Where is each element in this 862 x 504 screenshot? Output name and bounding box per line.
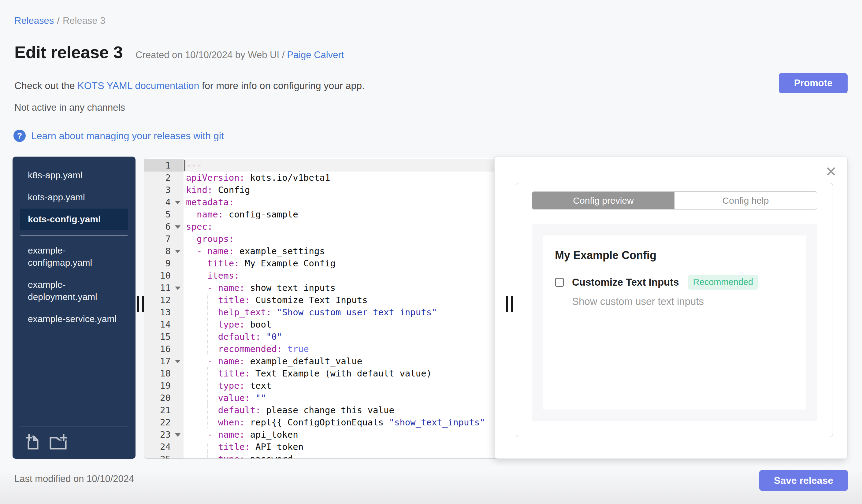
- gutter-line-number: 25: [144, 453, 184, 459]
- add-folder-button[interactable]: [49, 433, 68, 451]
- code-line-11[interactable]: 11 - name: show_text_inputs: [144, 282, 519, 294]
- config-tabs: Config previewConfig help: [532, 191, 817, 210]
- breadcrumb-current: Release 3: [63, 15, 106, 26]
- code-line-18[interactable]: 18 title: Text Example (with default val…: [144, 367, 519, 380]
- gutter-line-number: 17: [144, 355, 184, 367]
- sidebar-file-kots-app.yaml[interactable]: kots-app.yaml: [20, 187, 128, 208]
- sidebar-file-example-deployment.yaml[interactable]: example-deployment.yaml: [20, 274, 128, 308]
- code-line-13[interactable]: 13 help_text: "Show custom user text inp…: [144, 306, 519, 318]
- last-modified: Last modified on 10/10/2024: [14, 474, 134, 485]
- code-line-19[interactable]: 19 type: text: [144, 380, 519, 392]
- code-line-17[interactable]: 17 - name: example_default_value: [144, 355, 519, 367]
- config-preview-area: My Example Config Customize Text Inputs …: [532, 224, 817, 421]
- fold-arrow-icon[interactable]: [175, 250, 181, 253]
- code-line-23[interactable]: 23 - name: api_token: [144, 428, 519, 441]
- gutter-line-number: 24: [144, 441, 184, 453]
- customize-text-inputs-checkbox[interactable]: [555, 278, 564, 287]
- gutter-line-number: 19: [144, 380, 184, 392]
- close-icon[interactable]: ✕: [823, 164, 839, 179]
- tab-config-help[interactable]: Config help: [675, 192, 817, 209]
- add-file-icon: [25, 433, 41, 450]
- breadcrumb-releases-link[interactable]: Releases: [14, 15, 54, 26]
- gutter-line-number: 11: [144, 282, 184, 294]
- save-release-button[interactable]: Save release: [759, 470, 848, 491]
- config-panel-inner: Config previewConfig help My Example Con…: [516, 183, 833, 437]
- breadcrumb-separator: /: [57, 15, 60, 26]
- promote-button[interactable]: Promote: [779, 73, 848, 93]
- page-title: Edit release 3: [14, 42, 123, 62]
- gutter-line-number: 9: [144, 257, 184, 269]
- docs-line: Check out the KOTS YAML documentation fo…: [14, 80, 365, 91]
- code-line-12[interactable]: 12 title: Customize Text Inputs: [144, 294, 519, 306]
- author-link[interactable]: Paige Calvert: [287, 50, 344, 60]
- gutter-line-number: 12: [144, 294, 184, 306]
- code-line-22[interactable]: 22 when: repl{{ ConfigOptionEquals "show…: [144, 416, 519, 428]
- code-line-3[interactable]: 3kind: Config: [144, 184, 519, 196]
- config-group-title: My Example Config: [555, 249, 794, 262]
- code-line-2[interactable]: 2apiVersion: kots.io/v1beta1: [144, 172, 519, 184]
- gutter-line-number: 2: [144, 172, 184, 184]
- config-item-label[interactable]: Customize Text Inputs: [572, 277, 679, 288]
- config-preview-card: My Example Config Customize Text Inputs …: [543, 236, 806, 410]
- code-line-20[interactable]: 20 value: "": [144, 392, 519, 404]
- sidebar-file-k8s-app.yaml[interactable]: k8s-app.yaml: [20, 164, 128, 186]
- breadcrumb: Releases/Release 3: [14, 15, 105, 26]
- code-line-14[interactable]: 14 type: bool: [144, 318, 519, 331]
- gutter-line-number: 1: [144, 159, 184, 172]
- gutter-line-number: 6: [144, 221, 184, 233]
- gutter-line-number: 7: [144, 233, 184, 245]
- tab-config-preview[interactable]: Config preview: [532, 192, 675, 209]
- gutter-line-number: 23: [144, 428, 184, 441]
- header: Edit release 3 Created on 10/10/2024 by …: [14, 42, 344, 62]
- sidebar-file-kots-config.yaml[interactable]: kots-config.yaml: [20, 209, 128, 230]
- yaml-editor[interactable]: 1---2apiVersion: kots.io/v1beta13kind: C…: [144, 158, 519, 459]
- git-releases-link[interactable]: Learn about managing your releases with …: [31, 130, 224, 142]
- code-line-10[interactable]: 10 items:: [144, 269, 519, 282]
- gutter-line-number: 8: [144, 245, 184, 257]
- gutter-line-number: 3: [144, 184, 184, 196]
- channel-status: Not active in any channels: [14, 102, 125, 113]
- add-folder-icon: [49, 433, 68, 450]
- sidebar-file-example-service.yaml[interactable]: example-service.yaml: [20, 308, 128, 330]
- docs-prefix: Check out the: [14, 80, 77, 91]
- sidebar-file-example-configmap.yaml[interactable]: example-configmap.yaml: [20, 240, 128, 274]
- created-info: Created on 10/10/2024 by Web UI /Paige C…: [135, 50, 344, 61]
- fold-arrow-icon[interactable]: [175, 433, 181, 437]
- gutter-line-number: 22: [144, 416, 184, 428]
- code-line-7[interactable]: 7 groups:: [144, 233, 519, 245]
- panel-resize-handle[interactable]: [504, 296, 515, 312]
- kots-yaml-docs-link[interactable]: KOTS YAML documentation: [77, 80, 199, 91]
- config-panel: ✕ Config previewConfig help My Example C…: [494, 157, 848, 459]
- code-line-1[interactable]: 1---: [144, 159, 519, 172]
- gutter-line-number: 14: [144, 318, 184, 331]
- gutter-line-number: 15: [144, 331, 184, 343]
- gutter-line-number: 18: [144, 367, 184, 380]
- sidebar-actions: [20, 427, 128, 459]
- fold-arrow-icon[interactable]: [175, 287, 181, 290]
- code-line-16[interactable]: 16 recommended: true: [144, 343, 519, 355]
- code-line-9[interactable]: 9 title: My Example Config: [144, 257, 519, 269]
- code-line-15[interactable]: 15 default: "0": [144, 331, 519, 343]
- code-line-21[interactable]: 21 default: please change this value: [144, 404, 519, 416]
- git-help-line: ? Learn about managing your releases wit…: [13, 130, 224, 142]
- fold-arrow-icon[interactable]: [175, 225, 181, 229]
- sidebar-resize-handle[interactable]: [135, 296, 146, 312]
- config-item-help: Show custom user text inputs: [572, 296, 794, 307]
- code-line-24[interactable]: 24 title: API token: [144, 441, 519, 453]
- fold-arrow-icon[interactable]: [175, 360, 181, 363]
- code-line-6[interactable]: 6spec:: [144, 221, 519, 233]
- add-file-button[interactable]: [25, 433, 41, 451]
- gutter-line-number: 16: [144, 343, 184, 355]
- gutter-line-number: 21: [144, 404, 184, 416]
- code-line-5[interactable]: 5 name: config-sample: [144, 208, 519, 221]
- code-line-4[interactable]: 4metadata:: [144, 196, 519, 208]
- created-prefix: Created on 10/10/2024 by Web UI /: [135, 50, 285, 60]
- code-line-25[interactable]: 25 type: password: [144, 453, 519, 459]
- code-line-8[interactable]: 8 - name: example_settings: [144, 245, 519, 257]
- config-item-row: Customize Text Inputs Recommended: [555, 275, 794, 290]
- file-sidebar: k8s-app.yamlkots-app.yamlkots-config.yam…: [13, 157, 135, 459]
- gutter-line-number: 5: [144, 208, 184, 221]
- gutter-line-number: 20: [144, 392, 184, 404]
- fold-arrow-icon[interactable]: [175, 201, 181, 204]
- page: Releases/Release 3 Edit release 3 Create…: [0, 0, 862, 504]
